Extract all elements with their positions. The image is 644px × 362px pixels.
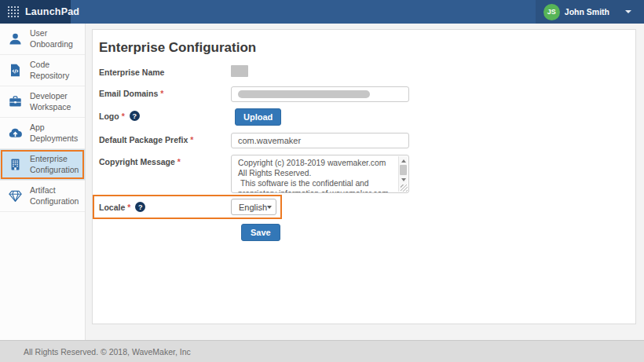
sidebar-item-label: Developer Workspace: [30, 91, 80, 112]
sidebar-item-label: Enterprise Configuration: [30, 154, 80, 175]
chevron-down-icon: [625, 10, 631, 13]
footer-text: All Rights Reserved. © 2018, WaveMaker, …: [24, 347, 191, 357]
annotation-highlight-locale: Locale* ? English: [93, 195, 282, 219]
brand-title: LaunchPad: [25, 6, 79, 17]
required-asterisk: *: [122, 112, 125, 121]
sidebar-item-artifact-configuration[interactable]: Artifact Configuration: [0, 181, 85, 212]
cloud-upload-icon: [8, 126, 23, 141]
page-title: Enterprise Configuration: [99, 39, 635, 57]
locale-select[interactable]: English: [231, 199, 276, 215]
footer: All Rights Reserved. © 2018, WaveMaker, …: [0, 340, 644, 362]
copyright-message-textarea[interactable]: Copyright (c) 2018-2019 wavemaker.com Al…: [231, 155, 409, 193]
brand-logo[interactable]: LaunchPad: [0, 0, 71, 24]
sidebar-item-label: Code Repository: [30, 60, 80, 81]
sidebar-item-developer-workspace[interactable]: Developer Workspace: [0, 86, 85, 118]
chevron-down-icon: [267, 206, 272, 209]
app-window: LaunchPad JS John Smith User Onboarding …: [0, 0, 644, 362]
default-package-prefix-input[interactable]: [231, 133, 409, 148]
diamond-icon: [8, 188, 23, 203]
sidebar-item-label: Artifact Configuration: [30, 185, 80, 207]
enterprise-configuration-panel: Enterprise Configuration Enterprise Name…: [92, 29, 636, 324]
required-asterisk: *: [127, 203, 130, 212]
avatar: JS: [543, 4, 560, 20]
required-asterisk: *: [177, 157, 181, 166]
sidebar-item-enterprise-configuration[interactable]: Enterprise Configuration: [0, 149, 85, 181]
sidebar-item-user-onboarding[interactable]: User Onboarding: [0, 24, 85, 55]
sidebar-item-app-deployments[interactable]: App Deployments: [0, 118, 85, 149]
field-row-default-package-prefix: Default Package Prefix*: [93, 133, 635, 148]
enterprise-configuration-form: Enterprise Name Email Domains* Logo* ? U…: [93, 65, 635, 241]
sidebar-item-label: User Onboarding: [30, 28, 80, 49]
logo-label: Logo* ?: [99, 108, 231, 121]
copyright-message-text: Copyright (c) 2018-2019 wavemaker.com Al…: [232, 155, 408, 193]
user-icon: [8, 31, 23, 46]
top-navbar: LaunchPad JS John Smith: [0, 0, 644, 24]
code-file-icon: [8, 63, 23, 78]
apps-grid-icon: [8, 6, 19, 17]
field-row-copyright-message: Copyright Message* Copyright (c) 2018-20…: [93, 155, 635, 193]
required-asterisk: *: [190, 135, 193, 144]
scroll-down-button[interactable]: [399, 175, 408, 184]
upload-button[interactable]: Upload: [235, 108, 281, 126]
user-name: John Smith: [565, 7, 609, 16]
locale-label: Locale* ?: [99, 202, 231, 212]
default-package-prefix-label: Default Package Prefix*: [99, 133, 231, 144]
building-icon: [8, 157, 23, 172]
field-row-logo: Logo* ? Upload: [93, 108, 635, 126]
user-menu[interactable]: JS John Smith: [536, 0, 644, 24]
enterprise-name-redacted-value: [231, 65, 248, 77]
required-asterisk: *: [160, 89, 163, 98]
copyright-message-label: Copyright Message*: [99, 155, 231, 166]
resize-grip-icon[interactable]: [401, 185, 408, 192]
briefcase-icon: [8, 94, 23, 109]
enterprise-name-label: Enterprise Name: [99, 65, 231, 77]
scrollbar-thumb[interactable]: [400, 165, 407, 175]
help-icon[interactable]: ?: [135, 202, 145, 212]
sidebar: User Onboarding Code Repository Develope…: [0, 24, 86, 340]
save-button[interactable]: Save: [241, 224, 280, 241]
email-domains-input[interactable]: [231, 86, 409, 102]
field-row-enterprise-name: Enterprise Name: [93, 65, 635, 77]
email-domains-label: Email Domains*: [99, 86, 231, 98]
email-domains-redacted-value: [238, 90, 370, 98]
help-icon[interactable]: ?: [130, 111, 140, 121]
save-row: Save: [93, 224, 635, 241]
field-row-email-domains: Email Domains*: [93, 86, 635, 102]
sidebar-item-code-repository[interactable]: Code Repository: [0, 55, 85, 86]
sidebar-item-label: App Deployments: [30, 122, 80, 144]
locale-selected-value: English: [239, 203, 267, 212]
scroll-up-button[interactable]: [399, 156, 408, 165]
